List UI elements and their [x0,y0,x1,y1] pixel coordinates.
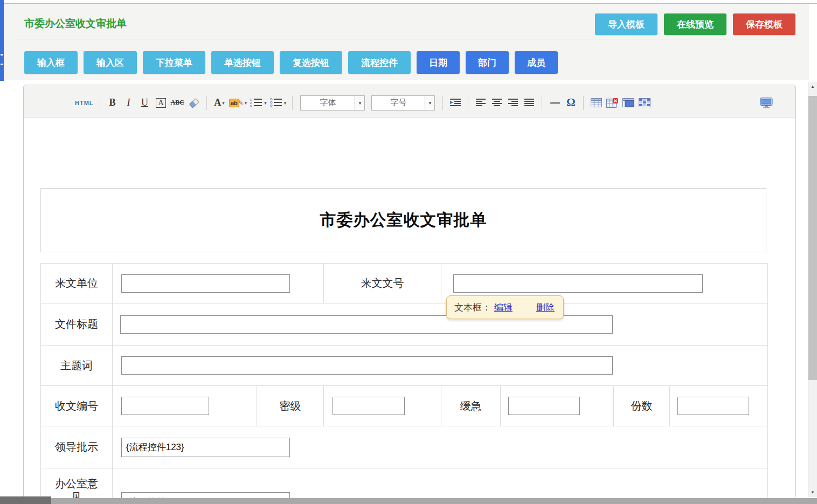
chevron-down-icon: ▾ [264,100,267,106]
monitor-icon [760,98,773,108]
add-dropdown-button[interactable]: 下拉菜单 [143,51,205,74]
edit-control-link[interactable]: 编辑 [494,301,513,314]
editor-content-area[interactable]: 市委办公室收文审批单 来文单位 来文文号 [24,118,795,499]
block-style-button[interactable]: A [155,96,168,110]
subject-words-input[interactable] [121,356,613,375]
vertical-scrollbar[interactable]: ▲ ▼ [808,82,817,497]
toolbar-separator [468,96,468,110]
table-row: 收文编号 密级 缓急 份数 [41,386,768,426]
add-textarea-button[interactable]: 输入区 [84,51,137,74]
table-row: 文件标题 [41,303,768,346]
special-character-button[interactable]: Ω [564,96,577,110]
source-code-button[interactable]: HTML [75,96,94,110]
font-size-label: 字号 [372,96,425,110]
scroll-down-arrow[interactable]: ▼ [808,488,817,497]
copies-input[interactable] [677,397,749,415]
receipt-serial-input[interactable] [121,397,209,415]
toolbar-separator [100,96,100,110]
label-copies: 份数 [614,386,670,426]
table-properties-button[interactable] [622,96,635,110]
chevron-down-icon: ▾ [245,100,247,106]
scroll-up-arrow[interactable]: ▲ [808,82,817,91]
delete-control-link[interactable]: 删除 [536,301,555,314]
add-department-button[interactable]: 部门 [466,51,509,74]
approval-form-table: 来文单位 来文文号 文件标题 主题词 [40,263,768,499]
toolbar-separator [542,96,542,110]
toolbar-separator [292,96,293,110]
left-sliver-mark [1,64,3,65]
delete-table-button[interactable] [606,96,619,110]
bold-button[interactable]: B [106,96,119,110]
label-incoming-unit: 来文单位 [41,264,113,303]
font-family-dropdown-button[interactable]: ▾ [355,96,364,110]
delete-table-icon [606,98,618,108]
remove-format-button[interactable] [188,96,200,110]
incoming-unit-input[interactable] [121,274,290,293]
font-family-label: 字体 [301,96,355,110]
align-center-icon [491,98,502,108]
online-preview-button[interactable]: 在线预览 [664,13,726,35]
italic-button[interactable]: I [122,96,135,110]
form-template-editor-page: 市委办公室收文审批单 导入模板 在线预览 保存模板 输入框 输入区 下拉菜单 单… [0,0,817,504]
cell-copies [670,386,768,426]
add-member-button[interactable]: 成员 [515,51,558,74]
import-template-button[interactable]: 导入模板 [595,13,657,35]
cell-properties-icon [639,98,650,107]
save-template-button[interactable]: 保存模板 [733,13,795,35]
table-icon [591,98,602,107]
urgency-input[interactable] [508,397,580,415]
label-leader-remarks: 领导批示 [41,426,113,468]
insert-table-button[interactable] [590,96,603,110]
label-urgency: 缓急 [441,386,501,426]
secrecy-level-input[interactable] [333,397,405,415]
left-blue-sliver [0,0,4,81]
cell-properties-button[interactable] [638,96,651,110]
align-right-button[interactable] [507,96,520,110]
font-color-button[interactable]: A ▾ [213,96,226,110]
fullscreen-button[interactable] [760,96,773,110]
incoming-number-input[interactable] [453,274,703,293]
highlight-color-button[interactable]: ab ✎ ▾ [229,96,247,110]
align-center-button[interactable] [490,96,503,110]
header-panel: 市委办公室收文审批单 导入模板 在线预览 保存模板 输入框 输入区 下拉菜单 单… [4,4,809,80]
align-justify-button[interactable] [523,96,536,110]
add-date-button[interactable]: 日期 [417,51,460,74]
add-radio-button[interactable]: 单选按钮 [211,51,274,74]
cell-office-opinion: {流程控件124} [113,468,768,499]
cell-urgency [501,386,614,426]
label-receipt-serial: 收文编号 [41,386,113,426]
cell-secrecy-level [324,386,441,426]
font-size-dropdown-button[interactable]: ▾ [425,96,434,110]
align-left-button[interactable] [474,96,487,110]
cell-subject-words [113,346,768,386]
window-bottom-edge [0,498,817,504]
horizontal-rule-button[interactable]: — [548,96,561,110]
textbox-control-tooltip: 文本框： 编辑 删除 [446,295,564,319]
add-input-box-button[interactable]: 输入框 [24,51,78,74]
ordered-list-button[interactable]: 1 2 3 ▾ [250,96,267,110]
chevron-down-icon: ▾ [359,100,362,106]
strikethrough-button[interactable]: ABC [171,96,184,110]
font-size-select[interactable]: 字号 ▾ [371,95,435,111]
browser-status-bubble [0,496,51,504]
component-toolbar: 输入框 输入区 下拉菜单 单选按钮 复选按钮 流程控件 日期 部门 成员 [24,51,558,74]
unordered-list-button[interactable]: ▾ [270,96,287,110]
font-family-select[interactable]: 字体 ▾ [300,95,365,111]
add-flow-control-button[interactable]: 流程控件 [348,51,411,74]
label-secrecy-level: 密级 [257,386,324,426]
indent-button[interactable] [449,96,462,110]
indent-icon [449,98,461,108]
table-properties-icon [622,98,634,107]
boxed-a-icon: A [156,98,165,108]
toolbar-separator [206,96,207,110]
scrollbar-thumb[interactable] [808,96,817,380]
pencil-icon: ✎ [238,99,244,107]
header-action-buttons: 导入模板 在线预览 保存模板 [595,13,795,35]
add-checkbox-button[interactable]: 复选按钮 [280,51,342,74]
align-right-icon [508,98,518,108]
table-row: 来文单位 来文文号 [41,264,768,303]
label-office-opinion: 办公室意见 [41,468,113,499]
header-divider [16,39,797,39]
flow-control-placeholder-123[interactable]: {流程控件123} [121,438,290,457]
underline-button[interactable]: U [139,96,151,110]
